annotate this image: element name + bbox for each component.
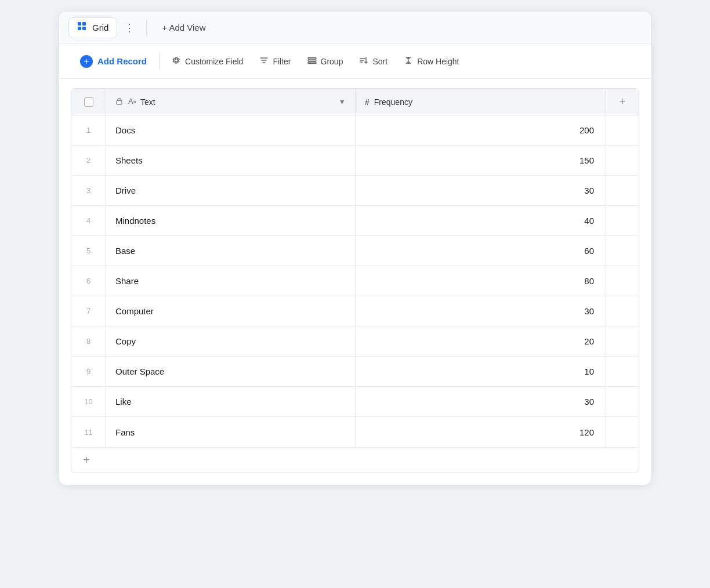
grid-view-label: Grid [92,23,108,32]
svg-rect-7 [117,100,122,104]
add-view-label: + Add View [162,23,205,32]
hash-icon: # [365,97,370,107]
row-number: 10 [71,387,106,416]
row-number: 8 [71,326,106,356]
sort-label: Sort [372,57,387,66]
cell-frequency[interactable]: 150 [356,146,606,175]
more-options-button[interactable]: ⋮ [119,18,139,38]
add-view-button[interactable]: + Add View [154,19,213,36]
table-row[interactable]: 6 Share 80 [71,266,639,296]
grid-view-tab[interactable]: Grid [68,17,117,38]
cell-frequency[interactable]: 30 [356,387,606,416]
sort-icon [359,56,368,67]
cell-empty [606,115,639,145]
filter-label: Filter [273,57,291,66]
row-number: 3 [71,176,106,205]
header-frequency-label: Frequency [374,97,412,107]
cell-text[interactable]: Mindnotes [106,206,356,235]
add-column-icon: + [620,96,626,108]
cell-empty [606,417,639,447]
cell-frequency[interactable]: 40 [356,206,606,235]
cell-empty [606,146,639,175]
table-row[interactable]: 11 Fans 120 [71,417,639,447]
svg-rect-0 [78,22,81,26]
table-row[interactable]: 10 Like 30 [71,387,639,417]
svg-rect-4 [308,57,316,59]
add-record-label: Add Record [97,56,147,66]
cell-text[interactable]: Copy [106,326,356,356]
table-row[interactable]: 9 Outer Space 10 [71,357,639,387]
cell-empty [606,266,639,296]
group-icon [307,56,317,67]
group-label: Group [321,57,343,66]
table-row[interactable]: 7 Computer 30 [71,296,639,326]
header-frequency-col[interactable]: # Frequency [356,89,606,115]
cell-empty [606,387,639,416]
row-height-label: Row Height [417,57,459,66]
table-row[interactable]: 2 Sheets 150 [71,146,639,176]
table-header: A≡ Text ▼ # Frequency + [71,89,639,115]
cell-text[interactable]: Base [106,236,356,266]
cell-text[interactable]: Like [106,387,356,416]
table-row[interactable]: 1 Docs 200 [71,115,639,146]
row-number: 9 [71,357,106,386]
row-number: 6 [71,266,106,296]
row-height-icon [404,56,413,67]
cell-empty [606,206,639,235]
filter-button[interactable]: Filter [251,51,299,71]
cell-text[interactable]: Share [106,266,356,296]
group-button[interactable]: Group [299,51,352,71]
cell-frequency[interactable]: 20 [356,326,606,356]
select-all-checkbox[interactable] [84,97,93,107]
table-row[interactable]: 3 Drive 30 [71,176,639,206]
add-record-button[interactable]: + Add Record [71,50,156,72]
svg-rect-5 [308,60,316,61]
row-number: 2 [71,146,106,175]
header-checkbox-cell[interactable] [71,89,106,115]
table-row[interactable]: 5 Base 60 [71,236,639,266]
cell-empty [606,326,639,356]
cell-text[interactable]: Sheets [106,146,356,175]
header-text-col[interactable]: A≡ Text ▼ [106,89,356,115]
cell-empty [606,296,639,326]
cell-text[interactable]: Outer Space [106,357,356,386]
svg-rect-3 [82,27,86,30]
cell-frequency[interactable]: 200 [356,115,606,145]
row-number: 5 [71,236,106,266]
cell-frequency[interactable]: 10 [356,357,606,386]
row-number: 1 [71,115,106,145]
cell-empty [606,236,639,266]
cell-text[interactable]: Fans [106,417,356,447]
data-table: A≡ Text ▼ # Frequency + 1 Docs 200 [71,88,639,473]
more-dots-icon: ⋮ [124,22,135,34]
table-wrapper: A≡ Text ▼ # Frequency + 1 Docs 200 [59,79,651,485]
cell-empty [606,176,639,205]
add-row-button[interactable]: + [71,447,639,473]
add-row-plus-icon: + [83,453,90,467]
cell-frequency[interactable]: 30 [356,296,606,326]
cell-frequency[interactable]: 120 [356,417,606,447]
toolbar: + Add Record Customize Field Filter [59,44,651,79]
table-body: 1 Docs 200 2 Sheets 150 3 Drive 30 4 Min… [71,115,639,447]
top-bar-divider [146,20,147,36]
cell-empty [606,357,639,386]
row-height-button[interactable]: Row Height [396,51,467,71]
customize-field-button[interactable]: Customize Field [164,51,251,71]
add-column-button[interactable]: + [606,89,639,115]
customize-field-label: Customize Field [185,57,243,66]
chevron-down-icon: ▼ [338,97,346,106]
cell-text[interactable]: Drive [106,176,356,205]
svg-rect-6 [308,62,316,64]
top-bar: Grid ⋮ + Add View [59,12,651,44]
add-record-plus-icon: + [80,55,93,68]
cell-frequency[interactable]: 60 [356,236,606,266]
cell-text[interactable]: Computer [106,296,356,326]
table-row[interactable]: 8 Copy 20 [71,326,639,357]
cell-text[interactable]: Docs [106,115,356,145]
cell-frequency[interactable]: 80 [356,266,606,296]
main-container: Grid ⋮ + Add View + Add Record Customize… [59,12,651,485]
table-row[interactable]: 4 Mindnotes 40 [71,206,639,236]
sort-button[interactable]: Sort [351,51,396,71]
cell-frequency[interactable]: 30 [356,176,606,205]
svg-rect-1 [78,27,81,30]
